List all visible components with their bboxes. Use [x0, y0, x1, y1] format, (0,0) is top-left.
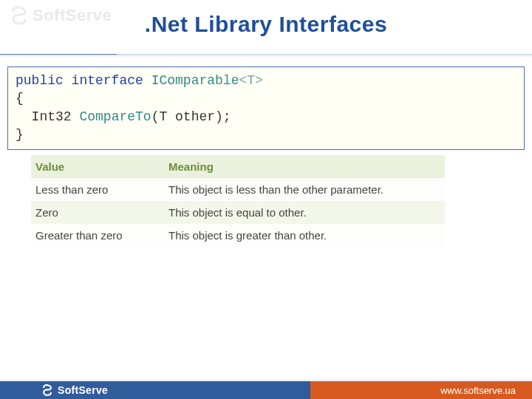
type-name: IComparable	[151, 73, 239, 88]
table-row: Less than zero This object is less than …	[31, 178, 445, 201]
footer-brand-area: SoftServe	[0, 381, 310, 399]
meaning-table: Value Meaning Less than zero This object…	[31, 155, 445, 247]
keyword: public interface	[16, 73, 143, 88]
method-name: CompareTo	[79, 109, 151, 124]
cell-meaning: This object is equal to other.	[164, 201, 445, 224]
cell-meaning: This object is less than the other param…	[164, 178, 445, 201]
table-header-row: Value Meaning	[31, 155, 445, 178]
title-divider	[0, 54, 532, 56]
code-line-2: {	[16, 89, 516, 107]
table-row: Zero This object is equal to other.	[31, 201, 445, 224]
slide-title: .Net Library Interfaces	[0, 12, 532, 37]
footer-url: www.softserve.ua	[440, 385, 516, 396]
code-line-3: Int32 CompareTo(T other);	[16, 108, 516, 126]
code-line-1: public interface IComparable<T>	[16, 72, 516, 89]
cell-value: Greater than zero	[31, 224, 164, 247]
table-row: Greater than zero This object is greater…	[31, 224, 445, 247]
header-meaning: Meaning	[164, 155, 445, 178]
return-type: Int32	[32, 109, 72, 124]
header-value: Value	[31, 155, 164, 178]
cell-value: Less than zero	[31, 178, 164, 201]
footer-logo-icon	[41, 384, 53, 396]
footer-bar: SoftServe www.softserve.ua	[0, 381, 532, 399]
footer-url-area: www.softserve.ua	[310, 381, 532, 399]
slide: SoftServe .Net Library Interfaces public…	[0, 0, 532, 399]
code-block: public interface IComparable<T> { Int32 …	[7, 66, 525, 150]
footer-brand-text: SoftServe	[58, 384, 108, 396]
code-line-4: }	[16, 126, 516, 143]
cell-meaning: This object is greater than other.	[164, 224, 445, 247]
generic-param: <T>	[239, 73, 262, 88]
cell-value: Zero	[31, 201, 164, 224]
